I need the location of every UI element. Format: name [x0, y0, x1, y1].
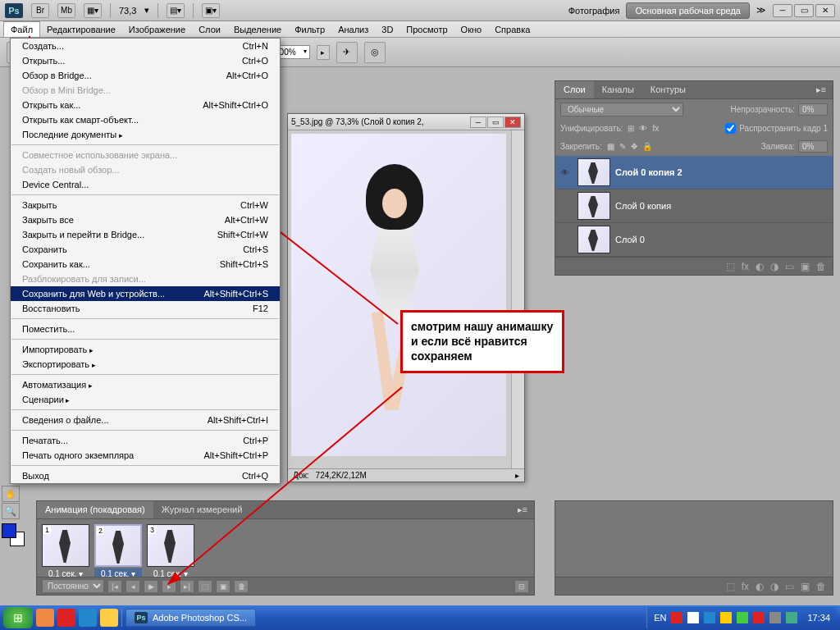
photography-label[interactable]: Фотография	[568, 6, 620, 16]
menu-filter[interactable]: Фильтр	[288, 22, 331, 37]
propagate-checkbox[interactable]	[725, 123, 736, 134]
menu-item[interactable]: Открыть...Ctrl+O	[11, 53, 280, 68]
more-icon[interactable]: ≫	[756, 5, 766, 16]
tween-button[interactable]: ⬚	[198, 580, 212, 593]
unify-visibility-icon[interactable]: 👁	[639, 124, 647, 133]
menu-select[interactable]: Выделение	[227, 22, 288, 37]
minibridge-icon[interactable]: Mb	[57, 3, 75, 18]
animation-frame[interactable]: 10,1 сек. ▾	[42, 524, 89, 579]
menu-help[interactable]: Справка	[488, 22, 536, 37]
menu-item[interactable]: Сценарии	[11, 392, 280, 407]
lock-transparent-icon[interactable]: ▦	[607, 142, 614, 151]
layer-row[interactable]: Слой 0	[555, 223, 833, 257]
tray-icon[interactable]	[786, 612, 797, 623]
tray-icon[interactable]	[769, 612, 781, 623]
layer-row[interactable]: Слой 0 копия	[555, 189, 833, 223]
animation-frame[interactable]: 30,1 сек. ▾	[147, 524, 194, 579]
start-button[interactable]: ⊞	[3, 607, 33, 628]
tray-icon[interactable]	[737, 612, 748, 623]
menu-item[interactable]: Печатать...Ctrl+P	[11, 433, 280, 448]
group-icon[interactable]: ▭	[785, 261, 794, 272]
prev-frame-button[interactable]: ◂	[126, 580, 140, 593]
photoshop-logo[interactable]: Ps	[5, 3, 23, 18]
doc-minimize[interactable]: ─	[470, 116, 486, 128]
layer-name[interactable]: Слой 0	[615, 235, 645, 244]
layer-opacity[interactable]	[798, 103, 828, 116]
ie-icon[interactable]	[79, 609, 97, 627]
canvas[interactable]	[291, 134, 506, 456]
tab-channels[interactable]: Каналы	[594, 81, 642, 98]
arrange-icon[interactable]: ▤▾	[167, 3, 185, 18]
lock-position-icon[interactable]: ✥	[631, 142, 637, 151]
menu-item[interactable]: ВосстановитьF12	[11, 301, 280, 316]
menu-item[interactable]: Закрыть и перейти в Bridge...Shift+Ctrl+…	[11, 227, 280, 242]
menu-item[interactable]: Device Central...	[11, 177, 280, 192]
doc-close[interactable]: ✕	[504, 116, 521, 128]
tab-animation[interactable]: Анимация (покадровая)	[37, 501, 153, 518]
close-button[interactable]: ✕	[815, 4, 835, 17]
menu-image[interactable]: Изображение	[122, 22, 192, 37]
language-indicator[interactable]: EN	[654, 613, 666, 623]
convert-timeline-button[interactable]: ⊟	[514, 580, 529, 593]
unify-position-icon[interactable]: ⊞	[628, 124, 634, 133]
bridge-icon[interactable]: Br	[31, 3, 49, 18]
adjustment-icon[interactable]: ◑	[770, 261, 778, 272]
menu-3d[interactable]: 3D	[375, 22, 399, 37]
menu-item[interactable]: Открыть как смарт-объект...	[11, 112, 280, 127]
screen-mode-icon[interactable]: ▣▾	[202, 3, 220, 18]
volume-icon[interactable]	[720, 612, 732, 623]
adjust-icon[interactable]: ◑	[770, 581, 778, 592]
vertical-scrollbar[interactable]	[511, 130, 524, 468]
play-button[interactable]: ▶	[144, 580, 158, 593]
panel-menu-icon[interactable]: ▸≡	[810, 81, 833, 98]
loop-select[interactable]: Постоянно	[42, 579, 104, 593]
delete-layer-icon[interactable]: 🗑	[816, 261, 826, 272]
lock-pixels-icon[interactable]: ✎	[619, 142, 626, 151]
trash-icon[interactable]: 🗑	[816, 581, 826, 592]
tray-icon[interactable]	[687, 612, 699, 623]
last-frame-button[interactable]: ▸|	[180, 580, 194, 593]
menu-item[interactable]: Открыть как...Alt+Shift+Ctrl+O	[11, 98, 280, 112]
menu-item[interactable]: Последние документы	[11, 127, 280, 142]
document-titlebar[interactable]: 5_53.jpg @ 73,3% (Слой 0 копия 2, ─ ▭ ✕	[288, 114, 524, 130]
menu-item[interactable]: Обзор в Bridge...Alt+Ctrl+O	[11, 68, 280, 83]
menu-item[interactable]: Закрыть всеAlt+Ctrl+W	[11, 212, 280, 227]
menu-item[interactable]: Создать...Ctrl+N	[11, 39, 280, 53]
layer-thumbnail[interactable]	[578, 192, 610, 220]
menu-window[interactable]: Окно	[454, 22, 489, 37]
workspace-button[interactable]: Основная рабочая среда	[626, 2, 750, 19]
opera-icon[interactable]	[57, 609, 75, 627]
menu-edit[interactable]: Редактирование	[40, 22, 122, 37]
visibility-icon[interactable]	[558, 232, 573, 247]
zoom-tool-icon[interactable]: 🔍	[2, 503, 20, 519]
layer-fill[interactable]	[798, 140, 828, 153]
menu-item[interactable]: ЗакрытьCtrl+W	[11, 198, 280, 212]
menu-item[interactable]: Печать одного экземпляраAlt+Shift+Ctrl+P	[11, 448, 280, 463]
tab-layers[interactable]: Слои	[555, 81, 594, 98]
maximize-button[interactable]: ▭	[794, 4, 814, 17]
unify-style-icon[interactable]: fx	[652, 124, 659, 133]
new-layer-icon[interactable]: ▣	[801, 261, 810, 272]
taskbar-app-photoshop[interactable]: Ps Adobe Photoshop CS...	[126, 609, 256, 627]
minimize-button[interactable]: ─	[773, 4, 792, 17]
menu-item[interactable]: Сохранить для Web и устройств...Alt+Shif…	[11, 286, 280, 301]
layer-thumbnail[interactable]	[578, 226, 610, 253]
fx-icon[interactable]: fx	[742, 581, 749, 592]
firefox-icon[interactable]	[36, 609, 54, 627]
foreground-color[interactable]	[2, 523, 16, 538]
blend-mode-select[interactable]: Обычные	[560, 103, 683, 116]
explorer-icon[interactable]	[100, 609, 118, 627]
zoom-value[interactable]: 73,3	[119, 6, 136, 16]
tab-measurement-log[interactable]: Журнал измерений	[153, 501, 251, 518]
folder-icon[interactable]: ▭	[785, 581, 794, 592]
tab-paths[interactable]: Контуры	[642, 81, 694, 98]
flow-arrow[interactable]: ▸	[317, 45, 330, 60]
layout-icon[interactable]: ▦▾	[84, 3, 102, 18]
menu-item[interactable]: ВыходCtrl+Q	[11, 468, 280, 483]
layer-row[interactable]: 👁Слой 0 копия 2	[555, 156, 833, 189]
pressure-size-icon[interactable]: ◎	[364, 42, 386, 63]
tray-icon[interactable]	[704, 612, 715, 623]
menu-item[interactable]: Автоматизация	[11, 377, 280, 392]
airbrush-icon[interactable]: ✈	[336, 42, 358, 63]
layer-thumbnail[interactable]	[578, 158, 610, 186]
